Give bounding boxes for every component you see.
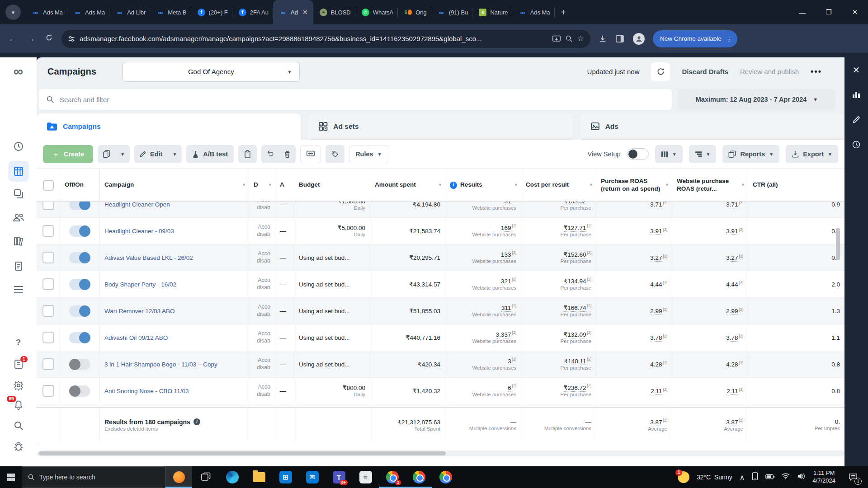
search-nav-icon[interactable] — [13, 421, 24, 433]
phone-link-icon[interactable] — [752, 472, 758, 482]
campaign-link[interactable]: Headlight Cleaner Open — [104, 202, 244, 208]
campaign-toggle[interactable] — [69, 359, 90, 370]
col-cost[interactable]: Cost per result▼ — [521, 169, 596, 201]
browser-tab[interactable]: ❧ BLOSD ✕ — [313, 0, 355, 24]
browser-tab[interactable]: ∞ Ads Ma ✕ — [512, 0, 554, 24]
settings-gear-icon[interactable] — [13, 380, 24, 393]
campaign-link[interactable]: Headlight Cleaner - 09/03 — [104, 228, 244, 235]
task-view-button[interactable] — [192, 466, 219, 488]
volume-icon[interactable] — [797, 473, 805, 482]
row-checkbox[interactable] — [42, 278, 54, 290]
browser-tab[interactable]: ∞ Ads Ma ✕ — [67, 0, 109, 24]
audiences-nav-icon[interactable] — [13, 212, 24, 225]
chrome-update-button[interactable]: New Chrome available ⋮ — [653, 30, 737, 47]
browser-tab[interactable]: ∞ Ad Libr ✕ — [109, 0, 150, 24]
campaign-link[interactable]: Body Shaper Party - 16/02 — [104, 281, 244, 288]
columns-button[interactable]: ▼ — [655, 145, 683, 163]
rules-button[interactable]: Rules ▼ — [349, 145, 388, 163]
meta-logo[interactable]: ∞ — [14, 64, 23, 79]
browser-tab[interactable]: ∞ Ad ✕ — [273, 0, 313, 24]
discard-drafts-button[interactable]: Discard Drafts — [682, 68, 728, 75]
campaign-link[interactable]: 3 in 1 Hair Shampoo Bogo - 11/03 – Copy — [104, 361, 244, 368]
horizontal-scrollbar[interactable] — [37, 450, 844, 456]
taskbar-edge[interactable] — [219, 466, 245, 488]
reports-button[interactable]: Reports ▼ — [722, 145, 779, 163]
library-nav-icon[interactable] — [13, 236, 24, 249]
row-checkbox[interactable] — [42, 225, 54, 237]
browser-menu-icon[interactable]: ⋮ — [726, 35, 733, 42]
campaign-toggle[interactable] — [69, 332, 90, 343]
col-ctr[interactable]: CTR (all) — [748, 169, 844, 201]
bug-report-icon[interactable] — [13, 441, 24, 454]
select-all-checkbox[interactable] — [43, 180, 54, 191]
wifi-icon[interactable] — [782, 473, 790, 481]
forward-button[interactable]: → — [22, 34, 40, 44]
view-setup-toggle[interactable] — [627, 148, 649, 160]
ads-manager-nav-icon[interactable] — [8, 161, 29, 182]
history-clock-icon[interactable] — [852, 140, 861, 151]
campaign-toggle[interactable] — [69, 385, 90, 397]
menu-icon[interactable] — [13, 285, 24, 296]
edit-dropdown[interactable]: ▼ — [167, 145, 182, 163]
create-button[interactable]: ＋ Create — [43, 145, 93, 163]
row-checkbox[interactable] — [42, 252, 54, 263]
window-close-button[interactable]: ✕ — [842, 8, 868, 16]
row-checkbox[interactable] — [42, 358, 54, 370]
col-offon[interactable]: Off/On — [60, 169, 100, 201]
insights-chart-icon[interactable] — [852, 90, 861, 101]
campaign-toggle[interactable] — [69, 225, 90, 237]
campaign-toggle[interactable] — [69, 305, 90, 317]
taskbar-chrome-3[interactable] — [432, 466, 459, 488]
reload-button[interactable] — [40, 34, 58, 44]
pages-nav-icon[interactable] — [13, 261, 24, 273]
col-attribution[interactable]: A — [275, 169, 294, 201]
taskbar-mail[interactable]: ✉ — [299, 466, 326, 488]
campaign-link[interactable]: Anti Snoring Nose - CBO 11/03 — [104, 388, 244, 394]
tab-ads[interactable]: Ads — [580, 113, 844, 140]
row-checkbox[interactable] — [42, 202, 54, 210]
campaign-link[interactable]: Wart Remover 12/03 ABO — [104, 308, 244, 314]
campaign-toggle[interactable] — [69, 279, 90, 290]
taskbar-app-active[interactable] — [165, 466, 192, 488]
undo-button[interactable] — [261, 145, 279, 163]
vertical-scrollbar[interactable] — [836, 228, 840, 260]
tray-expand-icon[interactable]: ∧ — [740, 473, 745, 482]
tab-adsets[interactable]: Ad sets — [308, 113, 572, 140]
new-tab-button[interactable]: + — [555, 7, 573, 18]
delete-button[interactable] — [279, 145, 296, 163]
notifications-bell-icon[interactable]: 89 — [13, 399, 24, 412]
export-button[interactable]: Export ▼ — [786, 145, 838, 163]
browser-profile-avatar[interactable] — [633, 33, 645, 45]
browser-tab[interactable]: ∞ Ads Ma ✕ — [25, 0, 67, 24]
browser-tab[interactable]: ∞ (91) Bu ✕ — [431, 0, 473, 24]
browser-tab[interactable]: ✆ WhatsA ✕ — [355, 0, 398, 24]
date-range-selector[interactable]: Maximum: 12 Aug 2023 - 7 Apr 2024 ▼ — [678, 89, 835, 110]
taskbar-teams[interactable]: T9+ — [326, 466, 352, 488]
edit-button[interactable]: Edit ▼ — [134, 145, 182, 163]
row-checkbox[interactable] — [42, 305, 54, 317]
search-filter-bar[interactable] — [39, 89, 672, 110]
more-options-button[interactable]: ••• — [811, 67, 822, 76]
resize-columns-button[interactable] — [300, 145, 321, 163]
taskbar-notepad[interactable]: ≡ — [352, 466, 379, 488]
search-input[interactable] — [60, 96, 665, 103]
duplicate-button[interactable]: ▼ — [98, 145, 130, 163]
col-budget[interactable]: Budget — [294, 169, 370, 201]
start-button[interactable] — [0, 466, 22, 488]
help-icon[interactable]: ? — [16, 338, 21, 347]
download-icon[interactable] — [599, 35, 607, 43]
info-icon[interactable]: i — [450, 182, 457, 189]
recent-clock-icon[interactable] — [13, 141, 24, 154]
window-minimize-button[interactable]: — — [789, 9, 816, 16]
taskbar-chrome-2[interactable] — [406, 466, 432, 488]
campaign-toggle[interactable] — [69, 252, 90, 263]
col-wroas[interactable]: Website purchase ROAS (retur...▼ — [672, 169, 748, 201]
window-maximize-button[interactable]: ❐ — [816, 8, 842, 16]
ab-test-button[interactable]: A/B test — [186, 145, 234, 163]
edit-pencil-icon[interactable] — [852, 115, 861, 126]
zoom-icon[interactable] — [565, 35, 573, 42]
cast-icon[interactable] — [552, 35, 561, 42]
weather-text[interactable]: 32°C Sunny — [697, 474, 732, 481]
col-results[interactable]: iResults▼ — [445, 169, 521, 201]
taskbar-store[interactable]: ⊞ — [272, 466, 299, 488]
